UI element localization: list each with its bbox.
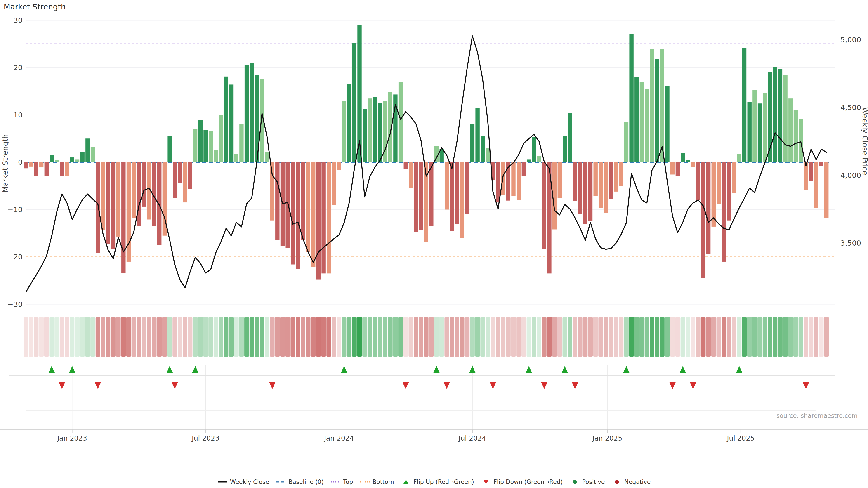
strength-bar (532, 137, 536, 162)
strength-bar (116, 162, 120, 236)
strength-bar (121, 162, 125, 273)
heatmap-cell (275, 317, 280, 357)
heatmap-cell (609, 317, 613, 357)
heatmap-cell (296, 317, 300, 357)
heatmap-cell (686, 317, 690, 357)
heatmap-cell (578, 317, 583, 357)
strength-bar (306, 162, 310, 252)
strength-bar (419, 162, 423, 230)
legend-item-dotted[interactable]: Bottom (360, 479, 394, 485)
heatmap-cell (799, 317, 803, 357)
heatmap-cell (147, 317, 151, 357)
heatmap-cell (419, 317, 423, 357)
heatmap-cell (598, 317, 603, 357)
legend-item-circle[interactable]: Negative (612, 479, 651, 485)
heatmap-cell (178, 317, 182, 357)
heatmap-cell (378, 317, 382, 357)
flip-markers-layer (0, 365, 868, 433)
heatmap-cell (675, 317, 680, 357)
strength-bar (701, 162, 705, 278)
heatmap-cell (70, 317, 74, 357)
strength-bar (655, 59, 659, 162)
heatmap-cell (75, 317, 80, 357)
strength-bar (101, 162, 105, 230)
dotted-icon (360, 479, 370, 485)
heatmap-cell (660, 317, 664, 357)
flip-down-marker (403, 382, 409, 389)
heatmap-cell (804, 317, 808, 357)
heatmap-cell (85, 317, 90, 357)
strength-bar (594, 162, 598, 196)
legend-item-dashed[interactable]: Baseline (0) (276, 479, 323, 485)
strength-bar (691, 162, 695, 167)
strength-bar (752, 90, 756, 162)
flip-up-marker (736, 366, 742, 373)
heatmap-cell (373, 317, 377, 357)
heatmap-cell (229, 317, 234, 357)
strength-bar (455, 162, 459, 224)
strength-bar (676, 162, 680, 176)
heatmap-cell (614, 317, 618, 357)
strength-bar (609, 162, 613, 199)
strength-bar (722, 162, 726, 262)
heatmap-cell (732, 317, 737, 357)
strength-bar (363, 109, 367, 162)
left-axis-tick-label: 30 (13, 16, 23, 25)
heatmap-cell (711, 317, 716, 357)
heatmap-cell (470, 317, 475, 357)
dashed-icon (276, 479, 286, 485)
strength-bar (558, 162, 562, 198)
strength-bar (773, 67, 777, 162)
heatmap-cell (358, 317, 362, 357)
strength-bar (75, 159, 79, 162)
heatmap-cell (619, 317, 623, 357)
strength-bar (470, 124, 474, 162)
flip-up-marker (69, 366, 75, 373)
heatmap-cell (24, 317, 28, 357)
heatmap-cell (480, 317, 485, 357)
strength-bar (614, 162, 618, 192)
strength-bar (650, 48, 654, 162)
legend-item-dotted[interactable]: Top (331, 479, 353, 485)
legend-item-triangle-down[interactable]: Flip Down (Green→Red) (481, 479, 563, 485)
heatmap-cell (167, 317, 172, 357)
market-strength-chart: 3020100−10−20−305,0004,5004,0003,500Jan … (0, 0, 868, 488)
heatmap-cell (121, 317, 126, 357)
heatmap-cell (788, 317, 793, 357)
heatmap-cell (696, 317, 701, 357)
heatmap-cell (773, 317, 777, 357)
strength-bar (475, 108, 479, 162)
strength-bar (563, 136, 567, 162)
heatmap-cell (96, 317, 100, 357)
strength-bar (758, 103, 762, 162)
strength-bar (224, 76, 228, 162)
strength-bar (404, 162, 408, 169)
legend-item-circle[interactable]: Positive (569, 479, 605, 485)
strength-bar (619, 162, 623, 186)
strength-bar (111, 162, 115, 249)
heatmap-cell (183, 317, 187, 357)
heatmap-cell (496, 317, 500, 357)
strength-bar (809, 162, 813, 181)
strength-bar (778, 69, 782, 162)
strength-bar (209, 131, 213, 162)
strength-bar (378, 103, 382, 162)
heatmap-cell (752, 317, 757, 357)
triangle-up-icon (401, 479, 411, 485)
legend-item-triangle-up[interactable]: Flip Up (Red→Green) (401, 479, 474, 485)
strength-bar (91, 147, 95, 162)
strength-bar (270, 162, 274, 221)
strength-bar (517, 162, 521, 200)
heatmap-cell (665, 317, 670, 357)
strength-bar (219, 116, 223, 162)
heatmap-cell (757, 317, 762, 357)
legend-item-label: Bottom (373, 479, 394, 485)
legend-item-line[interactable]: Weekly Close (217, 479, 269, 485)
strength-bar (732, 162, 736, 193)
heatmap-cell (101, 317, 105, 357)
strength-bar (578, 162, 582, 214)
strength-bar (34, 162, 38, 176)
strength-bar (245, 65, 249, 162)
heatmap-cell (409, 317, 413, 357)
flip-down-marker (803, 382, 809, 389)
